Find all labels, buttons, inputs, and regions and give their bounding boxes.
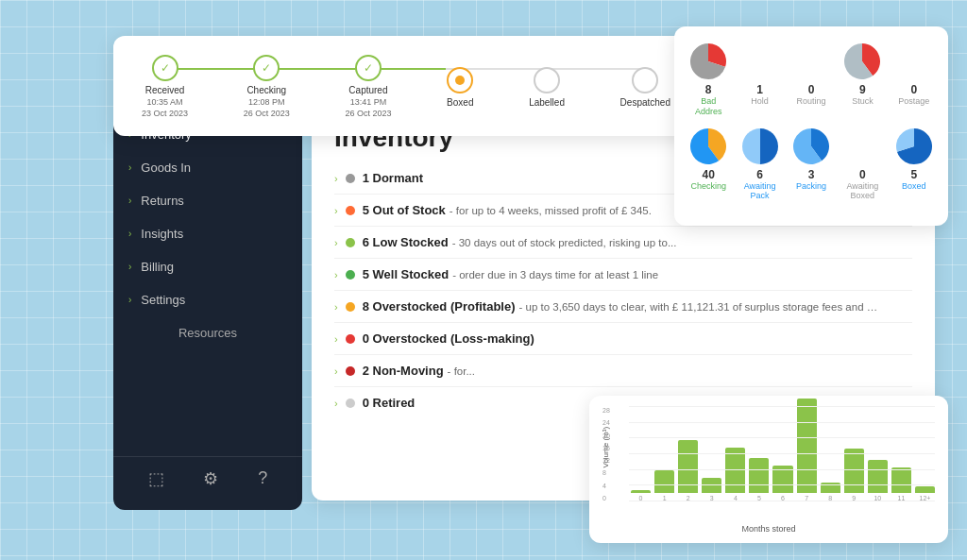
row-status-dot [346,206,355,215]
row-chevron-icon: › [334,269,338,280]
pie-item: 0 AwaitingBoxed [840,127,885,202]
row-status-dot [346,174,355,183]
sidebar-item-label: Billing [141,260,174,274]
chevron-icon: › [128,229,131,239]
pie-count: 8 [705,83,712,96]
y-axis-tick: 16 [602,445,629,451]
pie-item: 3 Packing [789,127,834,202]
pie-grid-row1: 8 BadAddres 1 Hold 0 Routing 9 Stuck 0 P… [686,42,937,117]
step-received: ✓ Received 10:35 AM23 Oct 2023 [142,55,188,119]
row-description: - for up to 4 weeks, missed profit of £ … [450,205,652,216]
y-axis-tick: 20 [602,433,629,439]
row-count-label: 1 Dormant [363,171,423,185]
sidebar-resources[interactable]: Resources [113,316,302,349]
row-chevron-icon: › [334,237,338,248]
chevron-icon: › [128,295,131,305]
row-count-label: 5 Well Stocked [363,267,450,281]
exit-icon[interactable]: ⬚ [148,468,164,489]
pie-count: 6 [756,168,763,181]
bar-chart-area: 0481216202428 0 1 2 3 4 5 6 7 8 9 10 11 [602,407,935,501]
inventory-row[interactable]: › 5 Well Stocked - order due in 3 days t… [334,259,912,291]
row-chevron-icon: › [334,205,338,216]
step-time: 13:41 PM26 Oct 2023 [345,97,391,119]
row-count-label: 0 Retired [363,396,416,410]
pie-label: Packing [796,181,826,192]
row-status-dot [346,334,355,344]
pie-count: 1 [756,83,763,96]
gear-icon[interactable]: ⚙ [203,468,218,489]
step-despatched: Despatched [620,67,670,108]
sidebar-item-goodsin[interactable]: › Goods In [113,151,302,184]
pie-item: 0 Postage [891,42,937,117]
y-axis-tick: 8 [602,469,629,476]
sidebar-item-insights[interactable]: › Insights [113,217,302,250]
row-chevron-icon: › [334,333,338,345]
pie-chart [894,127,934,166]
grid-line [629,469,935,470]
step-time: 12:08 PM26 Oct 2023 [244,97,290,119]
pie-count: 0 [910,83,917,96]
step-circle: ✓ [253,55,280,81]
progress-steps: ✓ Received 10:35 AM23 Oct 2023 ✓ Checkin… [142,55,670,119]
progress-line [161,68,652,70]
sidebar-item-label: Settings [141,293,185,307]
pie-label: Checking [690,181,726,192]
pie-count: 0 [808,83,815,96]
step-circle [534,67,560,93]
inventory-row[interactable]: › 2 Non-Moving - for... [334,355,912,387]
y-axis-tick: 12 [602,457,629,464]
sidebar-item-returns[interactable]: › Returns [113,184,302,217]
y-axis-tick: 0 [602,495,629,501]
inventory-row[interactable]: › 6 Low Stocked - 30 days out of stock p… [334,227,912,259]
chevron-icon: › [128,162,131,173]
row-status-dot [346,238,355,247]
step-captured: ✓ Captured 13:41 PM26 Oct 2023 [345,55,391,119]
inventory-row[interactable]: › 0 Overstocked (Loss-making) [334,323,912,355]
pie-count: 3 [808,168,815,181]
step-circle [447,67,473,93]
step-circle [632,67,658,93]
grid-line [629,453,935,454]
grid-line [629,501,935,501]
help-icon[interactable]: ? [258,468,267,489]
step-label: Captured [348,85,387,95]
row-chevron-icon: › [334,398,338,409]
sidebar-item-settings[interactable]: › Settings [113,283,302,316]
row-count-label: 2 Non-Moving [363,364,444,378]
grid-line [629,422,935,423]
step-label: Received [145,85,185,95]
grid-line [629,406,935,407]
pie-item: 1 Hold [737,42,782,117]
pie-chart [842,127,882,166]
pie-count: 9 [859,83,866,96]
pie-label: Boxed [902,181,926,192]
row-description: - 30 days out of stock predicted, riskin… [452,237,677,248]
bar-chart-card: Volume (m³) 0481216202428 0 1 2 3 4 5 6 … [589,396,948,543]
pie-chart [791,127,831,166]
pie-count: 5 [910,168,917,181]
inventory-row[interactable]: › 8 Overstocked (Profitable) - up to 3,6… [334,291,912,323]
row-chevron-icon: › [334,301,338,313]
sidebar-item-label: Insights [141,227,183,241]
row-status-dot [346,270,355,280]
row-description: - for... [448,365,475,377]
pie-label: Routing [796,96,825,107]
pie-chart [688,42,728,81]
pie-label: Stuck [852,96,874,107]
pie-item: 40 Checking [686,127,731,202]
pie-card: 8 BadAddres 1 Hold 0 Routing 9 Stuck 0 P… [674,26,948,226]
row-description: - order due in 3 days time for at least … [452,269,658,280]
y-axis-tick: 24 [602,419,629,426]
row-chevron-icon: › [334,173,338,184]
sidebar-item-billing[interactable]: › Billing [113,250,302,283]
pie-item: 9 Stuck [840,42,885,117]
step-boxed: Boxed [447,67,473,108]
row-status-dot [346,366,355,376]
sidebar: › Orders › Inventory › Goods In › Return… [113,76,302,510]
row-chevron-icon: › [334,365,338,377]
pie-label: Hold [751,96,769,107]
row-status-dot [346,399,355,408]
pie-chart [791,42,831,81]
sidebar-item-label: Goods In [141,161,191,175]
pie-label: AwaitingPack [744,181,776,202]
